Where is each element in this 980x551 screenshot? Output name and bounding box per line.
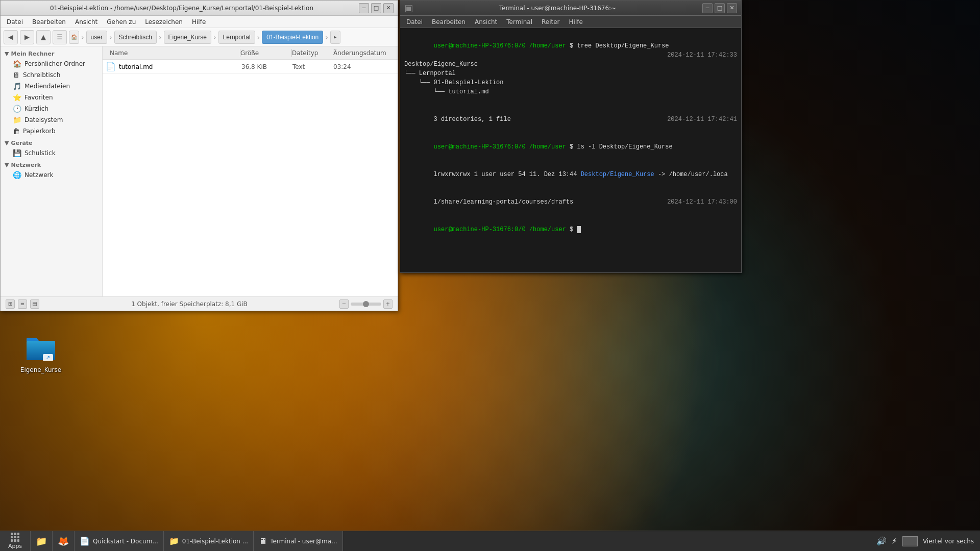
term-menu-terminal[interactable]: Terminal	[502, 17, 536, 27]
zoom-controls: − +	[339, 299, 393, 309]
terminal-titlebar: ▣ Terminal - user@machine-HP-31676:~ ─ □…	[400, 1, 741, 16]
breadcrumb-sep-4: ›	[257, 33, 260, 41]
zoom-handle[interactable]	[363, 301, 369, 307]
breadcrumb-eigene-kurse[interactable]: Eigene_Kurse	[164, 31, 211, 44]
schreibtisch-icon: 🖥	[13, 71, 20, 79]
menu-ansicht[interactable]: Ansicht	[71, 17, 102, 27]
sidebar-section-header-mein-rechner[interactable]: ▼ Mein Rechner	[1, 49, 102, 58]
desktop-icon-eigene-kurse[interactable]: ↗ Eigene_Kurse	[18, 332, 64, 373]
term-line-3: └── Lernportal	[404, 69, 737, 78]
term-minimize-button[interactable]: ─	[702, 3, 713, 13]
minimize-button[interactable]: ─	[359, 3, 369, 13]
taskbar-item-files[interactable]: 📁	[31, 531, 53, 552]
home-button[interactable]: 🏠	[69, 31, 79, 44]
file-manager-window: 01-Beispiel-Lektion - /home/user/Desktop…	[0, 0, 398, 311]
table-row[interactable]: 📄 tutorial.md 36,8 KiB Text 03:24	[103, 60, 398, 74]
col-size[interactable]: Größe	[240, 49, 291, 57]
term-maximize-button[interactable]: □	[715, 3, 725, 13]
zoom-out-button[interactable]: −	[339, 299, 349, 309]
file-type: Text	[292, 63, 333, 70]
breadcrumb-user[interactable]: user	[86, 31, 107, 44]
menu-datei[interactable]: Datei	[3, 17, 27, 27]
close-button[interactable]: ✕	[383, 3, 394, 13]
back-button[interactable]: ◀	[4, 30, 18, 44]
sidebar-item-netzwerk[interactable]: 🌐 Netzwerk	[3, 169, 100, 181]
file-list: 📄 tutorial.md 36,8 KiB Text 03:24	[103, 60, 398, 296]
view-list-button[interactable]: ▤	[30, 299, 39, 309]
sidebar-item-persoenlicher-ordner[interactable]: 🏠 Persönlicher Ordner	[3, 58, 100, 69]
taskbar-item-terminal[interactable]: 🖥 Terminal - user@ma...	[254, 531, 342, 552]
file-manager-toolbar: ◀ ▶ ▲ ☰ 🏠 › user › Schreibtisch › Eigene…	[1, 28, 398, 46]
network-icon-taskbar[interactable]	[902, 536, 918, 546]
term-close-button[interactable]: ✕	[727, 3, 737, 13]
quickstart-taskbar-icon: 📄	[80, 536, 90, 546]
view-compact-button[interactable]: ≡	[18, 299, 27, 309]
col-name[interactable]: Name	[106, 49, 240, 57]
term-line-1: user@machine-HP-31676:0/0 /home/user $ t…	[404, 32, 737, 60]
up-button[interactable]: ▲	[36, 30, 51, 44]
taskbar-item-filemanager[interactable]: 📁 01-Beispiel-Lektion ...	[164, 531, 254, 552]
taskbar-item-firefox[interactable]: 🦊	[53, 531, 75, 552]
menu-lesezeichen[interactable]: Lesezeichen	[141, 17, 187, 27]
sidebar-section-mein-rechner: ▼ Mein Rechner 🏠 Persönlicher Ordner 🖥 S…	[1, 49, 102, 137]
file-manager-main: Name Größe Dateityp Änderungsdatum 📄 tut…	[103, 46, 398, 296]
sidebar-label-dateisystem: Dateisystem	[24, 116, 63, 123]
column-header: Name Größe Dateityp Änderungsdatum	[103, 46, 398, 60]
term-menu-bearbeiten[interactable]: Bearbeiten	[428, 17, 470, 27]
apps-button[interactable]: Apps	[0, 531, 31, 552]
breadcrumb-schreibtisch[interactable]: Schreibtisch	[114, 31, 157, 44]
terminal-taskbar-label: Terminal - user@ma...	[270, 538, 337, 545]
menu-gehen-zu[interactable]: Gehen zu	[103, 17, 140, 27]
breadcrumb-lesson[interactable]: 01-Beispiel-Lektion	[262, 31, 323, 44]
quickstart-taskbar-label: Quickstart - Docum...	[93, 538, 158, 545]
col-type[interactable]: Dateityp	[292, 49, 333, 57]
term-menu-reiter[interactable]: Reiter	[537, 17, 564, 27]
zoom-in-button[interactable]: +	[383, 299, 393, 309]
filemanager-taskbar-label: 01-Beispiel-Lektion ...	[182, 538, 248, 545]
sidebar-item-schulstick[interactable]: 💾 Schulstick	[3, 147, 100, 159]
col-date[interactable]: Änderungsdatum	[333, 49, 395, 57]
sidebar-item-papierkorb[interactable]: 🗑 Papierkorb	[3, 126, 100, 137]
sidebar-toggle-button[interactable]: ☰	[53, 30, 67, 44]
sidebar-label-schreibtisch: Schreibtisch	[23, 71, 60, 79]
file-manager-menubar: Datei Bearbeiten Ansicht Gehen zu Leseze…	[1, 16, 398, 28]
menu-bearbeiten[interactable]: Bearbeiten	[28, 17, 70, 27]
home-folder-icon: 🏠	[13, 60, 21, 68]
taskbar-item-quickstart[interactable]: 📄 Quickstart - Docum...	[75, 531, 164, 552]
term-menu-ansicht[interactable]: Ansicht	[471, 17, 501, 27]
sidebar-section-geraete: ▼ Geräte 💾 Schulstick	[1, 139, 102, 159]
sidebar-section-header-netzwerk[interactable]: ▼ Netzwerk	[1, 161, 102, 169]
terminal-window: ▣ Terminal - user@machine-HP-31676:~ ─ □…	[400, 0, 742, 273]
folder-icon: ↗	[24, 332, 57, 364]
apps-label: Apps	[8, 543, 22, 549]
term-line-5: └── tutorial.md	[404, 87, 737, 96]
maximize-button[interactable]: □	[371, 3, 381, 13]
term-menu-hilfe[interactable]: Hilfe	[565, 17, 587, 27]
taskbar-clock: Viertel vor sechs	[923, 538, 974, 545]
zoom-slider[interactable]	[351, 303, 381, 306]
sidebar-section-header-geraete[interactable]: ▼ Geräte	[1, 139, 102, 147]
file-manager-statusbar: ⊞ ≡ ▤ 1 Objekt, freier Speicherplatz: 8,…	[1, 296, 398, 311]
breadcrumb-lernportal[interactable]: Lernportal	[218, 31, 255, 44]
term-menu-datei[interactable]: Datei	[402, 17, 427, 27]
sidebar-item-kuerzlich[interactable]: 🕐 Kürzlich	[3, 103, 100, 114]
menu-hilfe[interactable]: Hilfe	[188, 17, 210, 27]
file-manager-content: ▼ Mein Rechner 🏠 Persönlicher Ordner 🖥 S…	[1, 46, 398, 296]
sidebar-item-favoriten[interactable]: ⭐ Favoriten	[3, 92, 100, 103]
sidebar-item-mediendateien[interactable]: 🎵 Mediendateien	[3, 81, 100, 92]
breadcrumb-more[interactable]: ▸	[330, 31, 340, 44]
sidebar-item-schreibtisch[interactable]: 🖥 Schreibtisch	[3, 69, 100, 81]
media-icon: 🎵	[13, 82, 21, 90]
filesystem-icon: 📁	[13, 116, 21, 124]
statusbar-text: 1 Objekt, freier Speicherplatz: 8,1 GiB	[131, 300, 248, 308]
sidebar-label-netzwerk: Netzwerk	[24, 171, 53, 179]
apps-grid-icon	[11, 533, 20, 542]
terminal-body[interactable]: user@machine-HP-31676:0/0 /home/user $ t…	[400, 28, 741, 272]
view-icons-button[interactable]: ⊞	[6, 299, 15, 309]
sidebar-item-dateisystem[interactable]: 📁 Dateisystem	[3, 114, 100, 126]
battery-icon[interactable]: ⚡	[892, 536, 897, 546]
sidebar-section-netzwerk: ▼ Netzwerk 🌐 Netzwerk	[1, 161, 102, 181]
forward-button[interactable]: ▶	[20, 30, 34, 44]
volume-icon[interactable]: 🔊	[876, 536, 887, 546]
breadcrumb-sep-0: ›	[81, 33, 84, 41]
